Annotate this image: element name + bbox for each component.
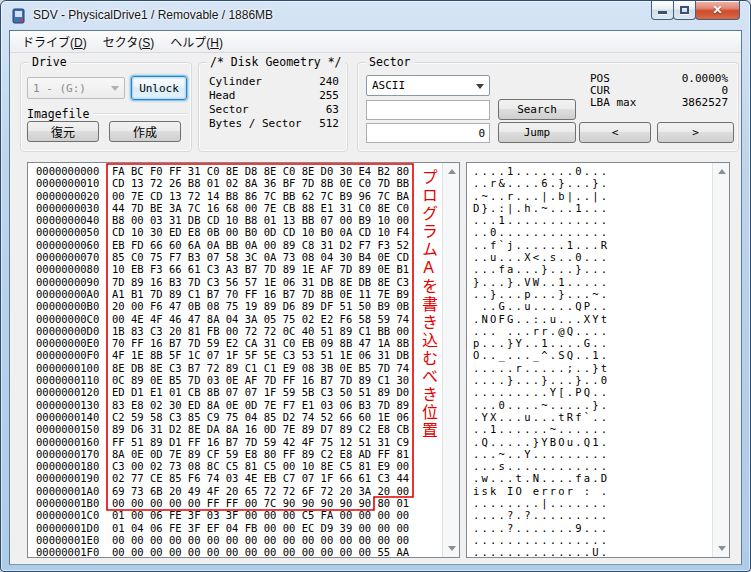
ascii-row: ...1............ <box>473 214 712 226</box>
hex-address: 0000000180 <box>36 460 99 472</box>
sector-number-input[interactable] <box>366 123 490 143</box>
hex-row: 0000000140C2 59 58 C3 85 C9 75 04 85 D2 … <box>36 411 442 423</box>
hex-bytes: FA BC F0 FF 31 C0 8E D8 8E C0 8E D0 30 E… <box>112 165 409 177</box>
ascii-row: ....?.?......... <box>473 509 712 521</box>
next-sector-button[interactable]: > <box>657 122 734 143</box>
ascii-row: ....?.......9... <box>473 522 712 534</box>
hex-bytes: 85 C0 75 F7 B3 07 58 3C 0A 73 08 04 30 B… <box>112 251 409 263</box>
restore-button[interactable]: 復元 <box>27 121 99 142</box>
ascii-row: .YX...u...tRf`.. <box>473 411 712 423</box>
menu-item-help[interactable]: ヘルプ(H) <box>162 31 231 52</box>
hex-row: 000000013083 E8 02 30 ED 8A 0E 0D 7E F7 … <box>36 399 442 411</box>
hex-bytes: C3 00 02 73 08 8C C5 81 C5 00 10 8E C5 8… <box>112 460 409 472</box>
unlock-button[interactable]: Unlock <box>131 76 187 100</box>
ascii-row: ... ...rr.@Q.... <box>473 325 712 337</box>
stat-row: LBA max3862527 <box>590 97 728 109</box>
ascii-row: ..1......~...... <box>473 423 712 435</box>
ascii-row: ..............U. <box>473 546 712 557</box>
hex-address: 0000000040 <box>36 214 99 226</box>
scroll-down-button[interactable] <box>444 540 459 556</box>
hex-bytes: 10 EB F3 66 61 C3 A3 B7 7D 89 1E AF 7D 8… <box>112 263 409 275</box>
hex-address: 0000000110 <box>36 374 99 386</box>
hex-address: 00000001A0 <box>36 485 99 497</box>
menu-mnemonic: H <box>210 36 219 50</box>
hex-row: 00000001100C 89 0E B5 7D 03 0E AF 7D FF … <box>36 374 442 386</box>
prev-sector-button[interactable]: < <box>579 122 651 143</box>
maximize-button[interactable] <box>673 1 696 20</box>
stat-row: POS0.0000% <box>590 73 728 85</box>
hex-bytes: EB FD 66 60 6A 0A BB 0A 00 89 C8 31 D2 F… <box>112 239 409 251</box>
hex-bytes: 00 00 00 00 00 00 00 00 00 00 00 00 00 0… <box>112 546 409 557</box>
ascii-row: .Q.....}YBOu.Q1. <box>473 436 712 448</box>
jump-button[interactable]: Jump <box>498 122 576 143</box>
hex-bytes: 89 D6 31 D2 8E DA 8A 16 0D 7E 89 D7 89 C… <box>112 423 409 435</box>
hex-row: 0000000060EB FD 66 60 6A 0A BB 0A 00 89 … <box>36 239 442 251</box>
geometry-row: Cylinder240 <box>209 75 339 89</box>
ascii-scrollbar[interactable] <box>712 163 729 557</box>
scroll-up-button[interactable] <box>714 164 729 180</box>
hex-address: 00000000C0 <box>36 313 99 325</box>
hex-pane: 0000000000FA BC F0 FF 31 C0 8E D8 8E C0 … <box>27 162 460 558</box>
hex-row: 00000000C000 4E 4F 46 47 8A 04 3A 05 75 … <box>36 313 442 325</box>
hex-bytes: 69 73 6B 20 49 4F 20 65 72 72 6F 72 20 3… <box>112 485 409 497</box>
lba-max-value: 3862527 <box>682 97 728 109</box>
hex-bytes: 8E DB 8E C3 B7 72 89 C1 C1 E9 08 3B 0E B… <box>112 362 409 374</box>
hex-row: 0000000010CD 13 72 26 B8 01 02 8A 36 BF … <box>36 177 442 189</box>
hex-bytes: 00 00 00 00 00 00 00 00 00 00 00 00 00 0… <box>112 534 409 546</box>
ascii-row: ...~..Y......... <box>473 448 712 460</box>
minimize-button[interactable] <box>651 1 674 20</box>
search-mode-select[interactable]: ASCII <box>366 75 490 96</box>
menu-item-sector[interactable]: セクタ(S) <box>95 31 163 52</box>
disk-geometry-group-label: /* Disk Geometry */ <box>207 55 345 69</box>
hex-row: 0000000050CD 10 30 ED E8 0B 00 B0 0D CD … <box>36 226 442 238</box>
hex-address: 0000000190 <box>36 472 99 484</box>
hex-scrollbar[interactable] <box>442 163 459 557</box>
hex-address: 00000001C0 <box>36 509 99 521</box>
geometry-row: Sector63 <box>209 103 339 117</box>
hex-bytes: 1B 83 C3 20 81 FB 00 72 72 0C 40 51 89 C… <box>112 325 409 337</box>
hex-address: 00000001E0 <box>36 534 99 546</box>
hex-row: 00000000B020 00 F6 47 0B 08 75 19 89 D6 … <box>36 300 442 312</box>
hex-bytes: A1 B1 7D 89 C1 B7 70 FF 16 B7 7D 8B 0E 1… <box>112 288 409 300</box>
hex-row: 00000001008E DB 8E C3 B7 72 89 C1 C1 E9 … <box>36 362 442 374</box>
hex-address: 00000000B0 <box>36 300 99 312</box>
arrow-up-icon <box>448 169 456 174</box>
hex-address: 0000000010 <box>36 177 99 189</box>
ascii-row: ..G..u.....QP.. <box>473 300 712 312</box>
hex-row: 00000001E000 00 00 00 00 00 00 00 00 00 … <box>36 534 442 546</box>
hex-bytes: CD 10 30 ED E8 0B 00 B0 0D CD 10 B0 0A C… <box>112 226 409 238</box>
hex-address: 0000000150 <box>36 423 99 435</box>
hex-row: 0000000160FF 51 89 D1 FF 16 B7 7D 59 42 … <box>36 436 442 448</box>
scroll-up-button[interactable] <box>444 164 459 180</box>
hex-row: 000000019002 77 CE 85 F6 74 03 4E EB C7 … <box>36 472 442 484</box>
search-button[interactable]: Search <box>498 99 576 120</box>
ascii-row: ....}...}...}..0 <box>473 374 712 386</box>
hex-address: 0000000030 <box>36 202 99 214</box>
hex-bytes: 8A 0E 0D 7E 89 CF 59 E8 80 FF 89 C2 E8 A… <box>112 448 409 460</box>
hex-row: 0000000120ED D1 E1 01 CB 8B 07 07 1F 59 … <box>36 386 442 398</box>
hex-row: 00000000907D 89 16 B3 7D C3 56 57 1E 06 … <box>36 276 442 288</box>
window-title: SDV - PhysicalDrive1 / Removable / 1886M… <box>33 8 273 22</box>
hex-row: 0000000040B8 00 03 31 DB CD 10 B8 01 13 … <box>36 214 442 226</box>
ascii-row: ..r&....6.}...}. <box>473 177 712 189</box>
create-button[interactable]: 作成 <box>109 121 181 142</box>
hex-row: 0000000180C3 00 02 73 08 8C C5 81 C5 00 … <box>36 460 442 472</box>
close-button[interactable]: ✕ <box>695 1 740 20</box>
sector-groupbox: Sector ASCII Search Jump POS0.0000% CUR0… <box>357 62 739 152</box>
hex-address: 00000000A0 <box>36 288 99 300</box>
ascii-row: D}.:|.h.~...1... <box>473 202 712 214</box>
ascii-row: ..}...p...}...~. <box>473 288 712 300</box>
hex-address: 0000000160 <box>36 436 99 448</box>
hex-address: 0000000140 <box>36 411 99 423</box>
arrow-down-icon <box>448 546 456 551</box>
title-bar[interactable]: SDV - PhysicalDrive1 / Removable / 1886M… <box>1 1 750 30</box>
search-input[interactable] <box>366 100 490 120</box>
hex-row: 000000002000 7E CD 13 72 14 B8 86 7C BB … <box>36 190 442 202</box>
hex-bytes: CD 13 72 26 B8 01 02 8A 36 BF 7D 8B 0E C… <box>112 177 409 189</box>
menu-item-drive[interactable]: ドライブ(D) <box>14 31 95 52</box>
disk-geometry-rows: Cylinder240 Head255 Sector63 Bytes / Sec… <box>209 75 339 131</box>
drive-select[interactable]: 1 - (G:) <box>27 77 125 99</box>
hex-address: 00000001B0 <box>36 497 99 509</box>
ascii-row: ...s............ <box>473 460 712 472</box>
scroll-down-button[interactable] <box>714 540 729 556</box>
